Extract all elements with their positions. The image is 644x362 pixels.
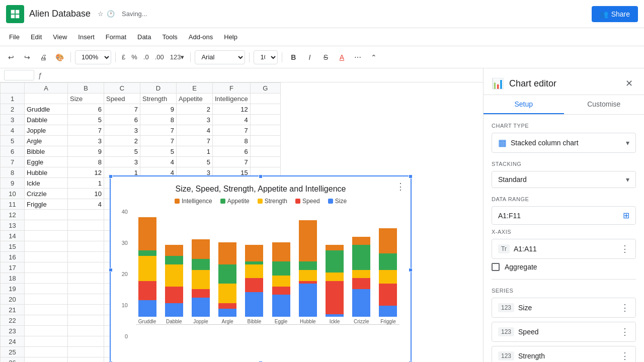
menu-help[interactable]: Help xyxy=(219,31,243,43)
col-header-E[interactable]: E xyxy=(177,83,213,94)
more-formats-button[interactable]: ⋯ xyxy=(351,50,365,64)
cell-D1[interactable]: Strength xyxy=(140,94,177,104)
cell-F1[interactable]: Intelligence xyxy=(213,94,251,104)
cell-B26[interactable] xyxy=(68,357,104,363)
cell-G1[interactable] xyxy=(250,94,280,104)
cell-C2[interactable]: 7 xyxy=(104,104,140,115)
row-header-14[interactable]: 14 xyxy=(1,231,25,241)
cell-G2[interactable] xyxy=(250,104,280,115)
zoom-select[interactable]: 100% xyxy=(75,50,111,64)
tab-customise[interactable]: Customise xyxy=(564,95,645,114)
chart-menu-button[interactable]: ⋮ xyxy=(394,180,407,193)
cell-B20[interactable] xyxy=(68,294,104,305)
series-size[interactable]: 123 Size ⋮ xyxy=(492,298,636,318)
row-header-23[interactable]: 23 xyxy=(1,326,25,336)
row-header-7[interactable]: 7 xyxy=(1,157,25,167)
cell-C5[interactable]: 2 xyxy=(104,136,140,146)
bold-button[interactable]: B xyxy=(286,50,300,64)
cell-B18[interactable] xyxy=(68,273,104,284)
cell-A20[interactable] xyxy=(25,294,68,305)
cell-B17[interactable] xyxy=(68,262,104,273)
menu-addons[interactable]: Add-ons xyxy=(184,31,218,43)
row-header-9[interactable]: 9 xyxy=(1,178,25,189)
row-header-13[interactable]: 13 xyxy=(1,220,25,231)
star-icon[interactable]: ☆ xyxy=(98,10,104,18)
cell-A9[interactable]: Ickle xyxy=(25,178,68,189)
cell-B6[interactable]: 9 xyxy=(68,146,104,157)
cell-D3[interactable]: 8 xyxy=(140,115,177,125)
cell-E5[interactable]: 7 xyxy=(177,136,213,146)
undo-button[interactable]: ↩ xyxy=(4,50,18,64)
row-header-1[interactable]: 1 xyxy=(1,94,25,104)
cell-B5[interactable]: 3 xyxy=(68,136,104,146)
cell-G6[interactable] xyxy=(250,146,280,157)
cell-B25[interactable] xyxy=(68,347,104,357)
chart-type-dropdown[interactable]: ▦ Stacked column chart ▾ xyxy=(492,133,636,153)
collapse-toolbar-button[interactable]: ⌃ xyxy=(367,50,381,64)
cell-B2[interactable]: 6 xyxy=(68,104,104,115)
cell-A25[interactable] xyxy=(25,347,68,357)
cell-A3[interactable]: Dabble xyxy=(25,115,68,125)
cell-B13[interactable] xyxy=(68,220,104,231)
cell-D7[interactable]: 4 xyxy=(140,157,177,167)
cell-F5[interactable]: 8 xyxy=(213,136,251,146)
cell-F6[interactable]: 6 xyxy=(213,146,251,157)
row-header-2[interactable]: 2 xyxy=(1,104,25,115)
cell-D2[interactable]: 9 xyxy=(140,104,177,115)
row-header-17[interactable]: 17 xyxy=(1,262,25,273)
font-size-select[interactable]: 10 xyxy=(254,50,278,64)
cell-G4[interactable] xyxy=(250,125,280,136)
cell-E1[interactable]: Appetite xyxy=(177,94,213,104)
cell-G7[interactable] xyxy=(250,157,280,167)
menu-file[interactable]: File xyxy=(4,31,25,43)
cell-C7[interactable]: 3 xyxy=(104,157,140,167)
cell-A23[interactable] xyxy=(25,326,68,336)
col-header-F[interactable]: F xyxy=(213,83,251,94)
cell-A6[interactable]: Bibble xyxy=(25,146,68,157)
cell-B9[interactable]: 1 xyxy=(68,178,104,189)
x-axis-field[interactable]: Tr A1:A11 ⋮ xyxy=(492,239,636,259)
cell-A17[interactable] xyxy=(25,262,68,273)
cell-C4[interactable]: 3 xyxy=(104,125,140,136)
editor-close-button[interactable]: ✕ xyxy=(622,76,636,90)
col-header-A[interactable]: A xyxy=(25,83,68,94)
tab-setup[interactable]: Setup xyxy=(484,95,564,114)
series-speed-menu-icon[interactable]: ⋮ xyxy=(620,326,629,337)
row-header-16[interactable]: 16 xyxy=(1,252,25,262)
row-header-5[interactable]: 5 xyxy=(1,136,25,146)
cell-A1[interactable] xyxy=(25,94,68,104)
resize-handle-ml[interactable] xyxy=(109,268,113,272)
menu-edit[interactable]: Edit xyxy=(26,31,47,43)
col-header-B[interactable]: B xyxy=(68,83,104,94)
text-color-button[interactable]: A xyxy=(335,50,349,64)
cell-B4[interactable]: 7 xyxy=(68,125,104,136)
aggregate-checkbox[interactable] xyxy=(492,263,500,271)
cell-B14[interactable] xyxy=(68,231,104,241)
menu-tools[interactable]: Tools xyxy=(157,31,182,43)
cell-B7[interactable]: 8 xyxy=(68,157,104,167)
row-header-12[interactable]: 12 xyxy=(1,210,25,220)
italic-button[interactable]: I xyxy=(302,50,316,64)
cell-A26[interactable] xyxy=(25,357,68,363)
cell-B24[interactable] xyxy=(68,336,104,347)
cell-E2[interactable]: 2 xyxy=(177,104,213,115)
series-speed[interactable]: 123 Speed ⋮ xyxy=(492,322,636,342)
series-strength-menu-icon[interactable]: ⋮ xyxy=(620,350,629,361)
row-header-18[interactable]: 18 xyxy=(1,273,25,284)
redo-button[interactable]: ↪ xyxy=(20,50,34,64)
cell-A10[interactable]: Crizzle xyxy=(25,189,68,199)
cell-A5[interactable]: Argle xyxy=(25,136,68,146)
row-header-3[interactable]: 3 xyxy=(1,115,25,125)
series-size-menu-icon[interactable]: ⋮ xyxy=(620,302,629,313)
cell-G3[interactable] xyxy=(250,115,280,125)
cell-A15[interactable] xyxy=(25,241,68,252)
cell-F2[interactable]: 12 xyxy=(213,104,251,115)
cell-F4[interactable]: 7 xyxy=(213,125,251,136)
font-select[interactable]: Arial xyxy=(195,50,245,64)
cell-B19[interactable] xyxy=(68,284,104,294)
history-icon[interactable]: 🕐 xyxy=(107,10,115,18)
strikethrough-button[interactable]: S xyxy=(318,50,333,64)
cell-reference-input[interactable] xyxy=(4,70,34,80)
share-button[interactable]: 👥 Share xyxy=(592,6,638,22)
cell-A21[interactable] xyxy=(25,305,68,315)
